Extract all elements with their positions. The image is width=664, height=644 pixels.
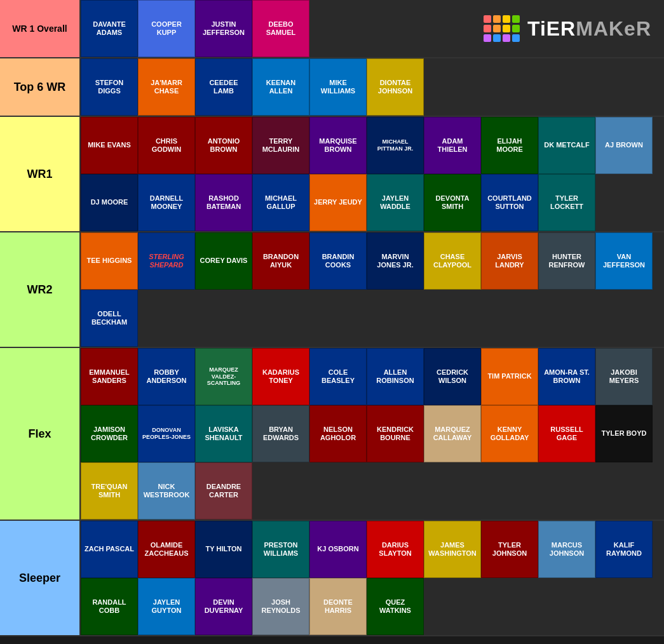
player-card[interactable]: JUSTIN JEFFERSON xyxy=(195,0,252,57)
player-card[interactable]: DEEBO SAMUEL xyxy=(252,0,309,57)
player-card[interactable]: BRANDIN COOKS xyxy=(309,232,367,290)
player-card[interactable]: KALIF RAYMOND xyxy=(595,521,653,578)
player-card[interactable]: MIKE WILLIAMS xyxy=(309,58,367,116)
player-card[interactable]: TIM PATRICK xyxy=(481,348,538,405)
tier-row-sleeper: SleeperZACH PASCALOLAMIDE ZACCHEAUSTY HI… xyxy=(0,521,664,636)
player-card[interactable]: CEDRICK WILSON xyxy=(424,348,481,405)
tier-row-wr1: WR1MIKE EVANSCHRIS GODWINANTONIO BROWNTE… xyxy=(0,117,664,232)
player-card[interactable]: ANTONIO BROWN xyxy=(195,117,252,174)
player-card[interactable]: ADAM THIELEN xyxy=(424,117,481,174)
player-card[interactable]: DAVANTE ADAMS xyxy=(81,0,138,57)
player-card[interactable]: QUEZ WATKINS xyxy=(367,578,424,635)
player-card[interactable]: TY HILTON xyxy=(195,521,252,578)
player-card[interactable]: ODELL BECKHAM xyxy=(81,290,138,347)
player-card[interactable]: MARQUEZ CALLAWAY xyxy=(424,405,481,462)
player-card[interactable]: DONOVAN PEOPLES-JONES xyxy=(138,405,195,462)
tier-row-wr2: WR2TEE HIGGINSSTERLING SHEPARDCOREY DAVI… xyxy=(0,232,664,348)
player-card[interactable]: CEEDEE LAMB xyxy=(195,58,252,116)
player-card[interactable]: BRYAN EDWARDS xyxy=(252,405,309,462)
player-card[interactable]: DEONTE HARRIS xyxy=(309,578,367,635)
player-card[interactable]: VAN JEFFERSON xyxy=(595,232,653,290)
player-card[interactable]: KENNY GOLLADAY xyxy=(481,405,538,462)
player-card[interactable]: OLAMIDE ZACCHEAUS xyxy=(138,521,195,578)
player-card[interactable]: TYLER BOYD xyxy=(595,405,653,462)
tier-label-sleeper: Sleeper xyxy=(0,521,79,635)
player-card[interactable]: AMON-RA ST. BROWN xyxy=(538,348,595,405)
page-container-inner: WR 1 OverallDAVANTE ADAMSCOOPER KUPPJUST… xyxy=(0,0,664,636)
tier-label-wr1: WR1 xyxy=(0,117,79,231)
tier-label-top6-wr: Top 6 WR xyxy=(0,58,79,116)
player-card[interactable]: JAYLEN GUYTON xyxy=(138,578,195,635)
player-card[interactable]: KADARIUS TONEY xyxy=(252,348,309,405)
player-card[interactable]: TEE HIGGINS xyxy=(81,232,138,290)
player-card[interactable]: MICHAEL PITTMAN JR. xyxy=(367,117,424,174)
player-card[interactable]: TYLER JOHNSON xyxy=(481,521,538,578)
tier-content-wr2: TEE HIGGINSSTERLING SHEPARDCOREY DAVISBR… xyxy=(79,232,664,347)
tier-row-wr1-overall: WR 1 OverallDAVANTE ADAMSCOOPER KUPPJUST… xyxy=(0,0,664,58)
player-card[interactable]: MARQUISE BROWN xyxy=(309,117,367,174)
player-card[interactable]: DARNELL MOONEY xyxy=(138,174,195,231)
player-card[interactable]: DEVIN DUVERNAY xyxy=(195,578,252,635)
player-card[interactable]: KJ OSBORN xyxy=(309,521,367,578)
player-card[interactable]: MARVIN JONES JR. xyxy=(367,232,424,290)
player-card[interactable]: ALLEN ROBINSON xyxy=(367,348,424,405)
player-card[interactable]: JAMISON CROWDER xyxy=(81,405,138,462)
player-card[interactable]: TYLER LOCKETT xyxy=(538,174,595,231)
player-card[interactable]: KENDRICK BOURNE xyxy=(367,405,424,462)
player-card[interactable]: AJ BROWN xyxy=(595,117,653,174)
player-card[interactable]: NICK WESTBROOK xyxy=(138,462,195,520)
tier-row-flex: FlexEMMANUEL SANDERSROBBY ANDERSONMARQUE… xyxy=(0,348,664,521)
tier-label-flex: Flex xyxy=(0,348,79,520)
tier-row-top6-wr: Top 6 WRSTEFON DIGGSJA'MARR CHASECEEDEE … xyxy=(0,58,664,117)
player-card[interactable]: DIONTAE JOHNSON xyxy=(367,58,424,116)
player-card[interactable]: COOPER KUPP xyxy=(138,0,195,57)
player-card[interactable]: CHRIS GODWIN xyxy=(138,117,195,174)
player-card[interactable]: TERRY MCLAURIN xyxy=(252,117,309,174)
player-card[interactable]: DJ MOORE xyxy=(81,174,138,231)
player-card[interactable]: RASHOD BATEMAN xyxy=(195,174,252,231)
player-card[interactable]: COLE BEASLEY xyxy=(309,348,367,405)
player-card[interactable]: DARIUS SLAYTON xyxy=(367,521,424,578)
player-card[interactable]: JERRY JEUDY xyxy=(309,174,367,231)
player-card[interactable]: RUSSELL GAGE xyxy=(538,405,595,462)
player-card[interactable]: JAMES WASHINGTON xyxy=(424,521,481,578)
player-card[interactable]: DEVONTA SMITH xyxy=(424,174,481,231)
player-card[interactable]: LAVISKA SHENAULT xyxy=(195,405,252,462)
player-card[interactable]: TRE'QUAN SMITH xyxy=(81,462,138,520)
page-container: WR 1 OverallDAVANTE ADAMSCOOPER KUPPJUST… xyxy=(0,0,664,636)
player-card[interactable]: STEFON DIGGS xyxy=(81,58,138,116)
tier-label-wr2: WR2 xyxy=(0,232,79,347)
player-card[interactable]: CHASE CLAYPOOL xyxy=(424,232,481,290)
logo-area: TiERMAKeR xyxy=(471,0,664,57)
tier-content-flex: EMMANUEL SANDERSROBBY ANDERSONMARQUEZ VA… xyxy=(79,348,664,520)
player-card[interactable]: BRANDON AIYUK xyxy=(252,232,309,290)
player-card[interactable]: JARVIS LANDRY xyxy=(481,232,538,290)
player-card[interactable]: JAYLEN WADDLE xyxy=(367,174,424,231)
player-card[interactable]: MIKE EVANS xyxy=(81,117,138,174)
player-card[interactable]: NELSON AGHOLOR xyxy=(309,405,367,462)
player-card[interactable]: MICHAEL GALLUP xyxy=(252,174,309,231)
player-card[interactable]: MARQUEZ VALDEZ-SCANTLING xyxy=(195,348,252,405)
player-card[interactable]: EMMANUEL SANDERS xyxy=(81,348,138,405)
player-card[interactable]: COURTLAND SUTTON xyxy=(481,174,538,231)
player-card[interactable]: ELIJAH MOORE xyxy=(481,117,538,174)
player-card[interactable]: JAKOBI MEYERS xyxy=(595,348,653,405)
player-card[interactable]: ROBBY ANDERSON xyxy=(138,348,195,405)
player-card[interactable]: RANDALL COBB xyxy=(81,578,138,635)
player-card[interactable]: ZACH PASCAL xyxy=(81,521,138,578)
tier-content-wr1-overall: DAVANTE ADAMSCOOPER KUPPJUSTIN JEFFERSON… xyxy=(79,0,664,57)
player-card[interactable]: MARCUS JOHNSON xyxy=(538,521,595,578)
player-card[interactable]: COREY DAVIS xyxy=(195,232,252,290)
tier-content-sleeper: ZACH PASCALOLAMIDE ZACCHEAUSTY HILTONPRE… xyxy=(79,521,664,635)
player-card[interactable]: DK METCALF xyxy=(538,117,595,174)
player-card[interactable]: HUNTER RENFROW xyxy=(538,232,595,290)
player-card[interactable]: DEANDRE CARTER xyxy=(195,462,252,520)
player-card[interactable]: JOSH REYNOLDS xyxy=(252,578,309,635)
player-card[interactable]: KEENAN ALLEN xyxy=(252,58,309,116)
tier-content-wr1: MIKE EVANSCHRIS GODWINANTONIO BROWNTERRY… xyxy=(79,117,664,231)
tier-label-wr1-overall: WR 1 Overall xyxy=(0,0,79,57)
player-card[interactable]: PRESTON WILLIAMS xyxy=(252,521,309,578)
tier-content-top6-wr: STEFON DIGGSJA'MARR CHASECEEDEE LAMBKEEN… xyxy=(79,58,664,116)
player-card[interactable]: JA'MARR CHASE xyxy=(138,58,195,116)
player-card[interactable]: STERLING SHEPARD xyxy=(138,232,195,290)
